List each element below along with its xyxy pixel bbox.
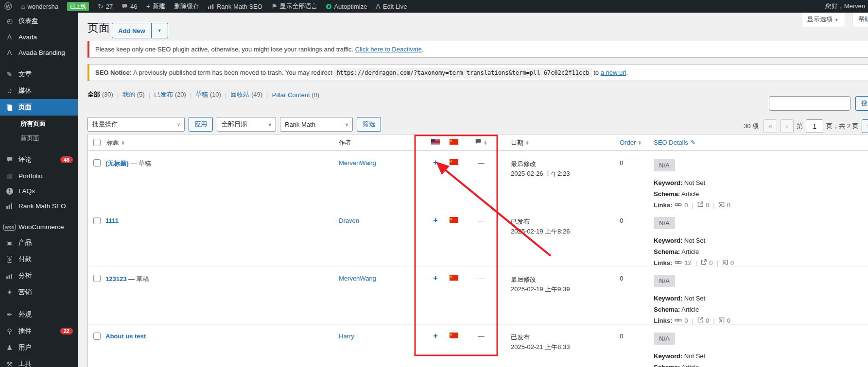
redirect-url-code: https://derdragon.com/?taxonomy=term_tra… xyxy=(334,68,591,78)
sidebar-item-label: Avada Branding xyxy=(18,49,65,56)
view-label: 已发布 xyxy=(154,91,173,98)
sidebar-item-appearance[interactable]: ✒ 外观 xyxy=(0,306,78,323)
site-menu[interactable]: ⌂ wondersha xyxy=(17,0,63,13)
analytics-icon xyxy=(5,273,14,279)
date-value: 2025-02-21 上午8:33 xyxy=(511,342,610,352)
admin-bar: Ⓦ ⌂ wondersha 已上线 ↻ 27 46 + 新建 删除缓存 Rank… xyxy=(0,0,868,13)
cn-flag-icon[interactable] xyxy=(450,159,458,167)
clear-cache-menu[interactable]: 删除缓存 xyxy=(170,0,204,13)
cn-flag-icon[interactable] xyxy=(450,333,458,340)
sidebar-item-plugins[interactable]: ⚲ 插件 22 xyxy=(0,323,78,339)
submenu-item-new-page[interactable]: 新页面 xyxy=(0,131,78,146)
chevron-down-icon: ∨ xyxy=(177,122,180,127)
column-header-order[interactable]: Order ▲▼ xyxy=(610,139,642,146)
page-title-link[interactable]: 123123 xyxy=(105,275,126,283)
sort-icon: ▲▼ xyxy=(484,140,487,145)
sidebar-item-label: 文章 xyxy=(18,70,32,79)
select-all-checkbox[interactable] xyxy=(93,139,101,146)
pencil-icon: ✎ xyxy=(691,139,696,146)
page-title-link[interactable]: (无标题) xyxy=(105,160,129,167)
submenu-item-label: 所有页面 xyxy=(20,120,46,127)
seo-filter-select[interactable]: Rank Math ∨ xyxy=(280,117,353,132)
comments-menu[interactable]: 46 xyxy=(117,0,141,13)
prev-page-button[interactable]: ‹ xyxy=(780,119,794,133)
column-header-date[interactable]: 日期 ▲▼ xyxy=(499,138,610,147)
pagination: 30 项 « ‹ 第 页，共 2 页 › xyxy=(744,119,868,133)
help-button[interactable]: 帮助 xyxy=(852,12,868,27)
deactivate-link[interactable]: Click here to Deactivate xyxy=(355,46,422,53)
date-value: 2025-02-19 上午8:26 xyxy=(511,227,610,236)
sidebar-item-analytics[interactable]: 分析 xyxy=(0,267,78,284)
sidebar-item-posts[interactable]: ✎ 文章 xyxy=(0,66,78,83)
sidebar-item-marketing[interactable]: ✦ 营销 xyxy=(0,284,78,300)
column-header-title[interactable]: 标题 ▲▼ xyxy=(105,138,339,147)
row-checkbox[interactable] xyxy=(93,217,101,224)
wp-logo-menu[interactable]: Ⓦ xyxy=(0,0,17,13)
autoptimize-menu[interactable]: Autoptimize xyxy=(322,0,371,13)
author-link[interactable]: MervenWang xyxy=(339,159,376,167)
add-translation-icon[interactable]: + xyxy=(433,273,438,283)
date-filter-select[interactable]: 全部日期 ∨ xyxy=(217,117,276,132)
search-input[interactable] xyxy=(769,96,851,111)
sidebar-item-media[interactable]: ♫ 媒体 xyxy=(0,83,78,99)
sidebar-item-tools[interactable]: ⚒ 工具 xyxy=(0,356,78,367)
rank-math-menu[interactable]: Rank Math SEO xyxy=(204,0,267,13)
author-link[interactable]: Draven xyxy=(339,217,359,224)
sidebar-item-faqs[interactable]: ! FAQs xyxy=(0,184,78,199)
sidebar-item-rank-math-seo[interactable]: Rank Math SEO xyxy=(0,199,78,214)
next-page-button[interactable]: › xyxy=(862,119,868,133)
row-checkbox[interactable] xyxy=(93,275,101,282)
sidebar-item-users[interactable]: ♟ 用户 xyxy=(0,339,78,356)
page-title-link[interactable]: About us test xyxy=(105,333,146,340)
add-new-dropdown-toggle[interactable]: ▼ xyxy=(152,23,168,38)
sidebar-item-payments[interactable]: $ 付款 xyxy=(0,251,78,267)
sidebar-item-avada-branding[interactable]: Λ Avada Branding xyxy=(0,45,78,60)
current-page-input[interactable] xyxy=(806,119,823,133)
first-page-button[interactable]: « xyxy=(764,119,777,133)
add-translation-icon[interactable]: + xyxy=(433,331,438,340)
row-checkbox[interactable] xyxy=(93,159,101,167)
add-translation-icon[interactable]: + xyxy=(433,158,438,167)
apply-button[interactable]: 应用 xyxy=(189,117,213,132)
view-filter-5[interactable]: Pillar Content (0) xyxy=(272,91,319,99)
separator: | xyxy=(266,91,268,99)
sidebar-item-portfolio[interactable]: ▦ Portfolio xyxy=(0,168,78,184)
filter-button[interactable]: 筛选 xyxy=(357,117,381,132)
sidebar-item-pages[interactable]: 页面 xyxy=(0,99,78,116)
cn-flag-icon[interactable] xyxy=(450,217,458,224)
order-header-label: Order xyxy=(620,139,636,146)
add-translation-icon[interactable]: + xyxy=(433,216,438,225)
view-filter-1[interactable]: 我的 (5) xyxy=(122,90,145,99)
cn-flag-icon[interactable] xyxy=(450,275,458,282)
row-checkbox[interactable] xyxy=(93,333,101,340)
column-header-comments[interactable]: ▲▼ xyxy=(463,138,499,147)
sidebar-item-comments[interactable]: 评论 46 xyxy=(0,151,78,168)
languages-menu[interactable]: ⚑ 显示全部语言 xyxy=(267,0,322,13)
search-button[interactable]: 搜索页面 xyxy=(855,96,868,111)
sidebar-item-products[interactable]: ▣ 产品 xyxy=(0,234,78,251)
view-filter-2[interactable]: 已发布 (20) xyxy=(154,90,186,99)
sidebar-item-woocommerce[interactable]: Woo WooCommerce xyxy=(0,219,78,234)
view-filter-4[interactable]: 回收站 (49) xyxy=(230,90,262,99)
screen-options-button[interactable]: 显示选项 ▼ xyxy=(801,12,845,27)
seo-details-cell: N/A Keyword: Not Set Schema: Article Lin… xyxy=(642,267,868,326)
new-url-link[interactable]: a new url xyxy=(601,69,626,76)
new-content-menu[interactable]: + 新建 xyxy=(142,0,170,13)
sidebar-item-dashboard[interactable]: ◴ 仪表盘 xyxy=(0,13,78,29)
my-account-menu[interactable]: 您好，Merven xyxy=(821,0,868,13)
column-header-seo-details[interactable]: SEO Details ✎ xyxy=(642,139,868,146)
date-cell: 已发布 2025-02-21 上午8:33 xyxy=(499,325,610,352)
add-new-button[interactable]: Add New xyxy=(112,23,152,38)
page-title-link[interactable]: 1111 xyxy=(105,217,119,224)
updates-menu[interactable]: ↻ 27 xyxy=(93,0,117,13)
submenu-item-all-pages[interactable]: 所有页面 xyxy=(0,117,78,131)
date-cell: 已发布 2025-02-19 上午8:26 xyxy=(499,209,610,236)
sidebar-item-avada[interactable]: Λ Avada xyxy=(0,29,78,45)
bulk-actions-select[interactable]: 批量操作 ∨ xyxy=(87,117,185,132)
author-link[interactable]: MervenWang xyxy=(339,275,376,282)
view-filter-0[interactable]: 全部 (30) xyxy=(87,90,113,99)
author-link[interactable]: Harry xyxy=(339,333,354,340)
view-filter-3[interactable]: 草稿 (10) xyxy=(195,90,221,99)
avada-icon: Λ xyxy=(5,49,14,56)
edit-live-menu[interactable]: Λ Edit Live xyxy=(371,0,411,13)
